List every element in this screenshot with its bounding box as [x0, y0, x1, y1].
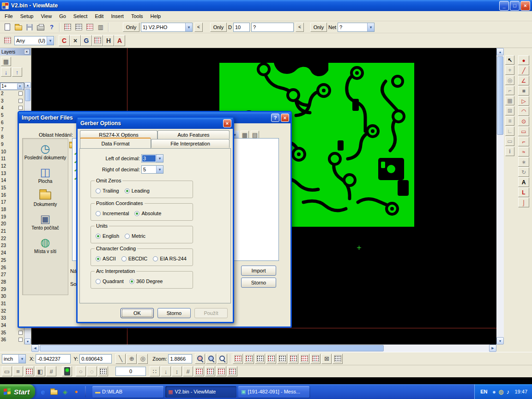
layer-row-36[interactable]: 36	[0, 336, 24, 344]
status-light-button[interactable]	[62, 366, 72, 376]
print-button[interactable]	[35, 22, 46, 33]
grid-display-toggle[interactable]	[332, 354, 343, 364]
scroll-right-button[interactable]	[489, 345, 496, 352]
menu-help[interactable]: Help	[147, 12, 165, 20]
save-file-button[interactable]	[24, 22, 35, 33]
aperture-select-button[interactable]	[2, 35, 13, 46]
prev-dcode-button[interactable]: <	[296, 23, 304, 32]
units-combo[interactable]: inch	[2, 354, 26, 363]
grid-value-input[interactable]	[115, 367, 146, 376]
flash-toggle[interactable]	[277, 354, 287, 364]
pad-pattern-2-button[interactable]	[205, 366, 215, 376]
network-tray-icon[interactable]: ●	[490, 388, 497, 395]
import-close-button[interactable]: ×	[281, 114, 289, 122]
traces-filled-toggle[interactable]	[255, 354, 265, 364]
insert-l-button[interactable]: L	[518, 187, 529, 197]
layers-panel-titlebar[interactable]: Layers ×	[0, 48, 31, 55]
menu-go[interactable]: Go	[55, 12, 70, 20]
radio-360-degree[interactable]: 360 Degree	[129, 278, 163, 284]
fill-off-toggle[interactable]	[310, 354, 320, 364]
start-button[interactable]: Start	[0, 384, 35, 399]
zoom-area-tool-button[interactable]: ◎	[505, 76, 514, 85]
browser-quicklaunch[interactable]: ●	[72, 387, 80, 396]
insert-polyline-button[interactable]: ⌐	[518, 137, 529, 146]
insert-curve-button[interactable]: ≈	[518, 147, 529, 157]
place-recent[interactable]: ◷Poslední dokumenty	[23, 143, 67, 160]
layer-color-box[interactable]	[18, 338, 23, 342]
aperture-h-button[interactable]: H	[103, 35, 114, 46]
layer-row-2[interactable]: 2	[0, 90, 24, 97]
zoom-input[interactable]	[168, 354, 192, 363]
ruler-button[interactable]: ▭	[2, 366, 12, 376]
only-net-toggle[interactable]: Only	[310, 23, 327, 32]
aperture-c-button[interactable]: C	[59, 35, 70, 46]
select-filter-toggle[interactable]: ⊠	[321, 354, 332, 364]
left-of-decimal-arrow-icon[interactable]	[156, 155, 163, 162]
measure-tool-button[interactable]: ⌐	[505, 86, 514, 95]
insert-triangle-button[interactable]: ▷	[518, 96, 529, 106]
layer-row-35[interactable]: 35	[0, 329, 24, 336]
grid-tool-button[interactable]: ▦	[505, 96, 514, 105]
ie-quicklaunch[interactable]: e	[39, 387, 47, 396]
layer-up-button[interactable]: ↑	[12, 67, 22, 77]
layer-color-box[interactable]	[18, 91, 23, 96]
insert-rectangle-button[interactable]: ▭	[518, 127, 529, 136]
aperture-list-button[interactable]	[73, 22, 84, 33]
radio-quadrant[interactable]: Quadrant	[96, 278, 124, 284]
aperture-type-arrow-icon[interactable]	[47, 36, 54, 45]
scroll-up-button[interactable]	[496, 48, 504, 55]
only-layer-toggle[interactable]: Only	[123, 23, 139, 32]
update-tray-icon[interactable]: ◍	[497, 388, 504, 395]
radio-leading[interactable]: Leading	[125, 188, 150, 193]
layer-scroll-down-button[interactable]	[24, 339, 31, 345]
traces-outline-toggle[interactable]	[266, 354, 276, 364]
layer-combo[interactable]: 1) V2.PHO	[141, 23, 193, 32]
aperture-type-combo[interactable]: Any (U)	[14, 36, 54, 45]
hash-button[interactable]: #	[46, 366, 56, 376]
menu-view[interactable]: View	[37, 12, 55, 20]
dot-grid-button[interactable]: ∷	[150, 366, 160, 376]
half-button[interactable]: ◧	[35, 366, 45, 376]
layer-table-button[interactable]: ▦	[1, 57, 11, 66]
minimize-button[interactable]: _	[499, 1, 509, 11]
zoom-out-button[interactable]	[217, 354, 227, 364]
layer-scroll-up-button[interactable]	[24, 82, 31, 88]
radio-incremental[interactable]: Incremental	[96, 211, 129, 216]
language-indicator[interactable]: EN	[480, 389, 487, 394]
import-cancel-button[interactable]: Storno	[241, 278, 276, 288]
report-button[interactable]: ▥	[95, 22, 106, 33]
pad-pattern-3-button[interactable]	[216, 366, 226, 376]
open-file-button[interactable]	[13, 22, 24, 33]
layer-color-box[interactable]	[18, 99, 23, 103]
layer-combo-arrow-icon[interactable]	[185, 23, 192, 31]
place-network[interactable]: ◍Místa v síti	[23, 237, 67, 254]
help-select-button[interactable]: ?	[46, 22, 57, 33]
ok-button[interactable]: OK	[121, 308, 154, 318]
crosshair-tool-button[interactable]: +	[505, 66, 514, 75]
task-messenger[interactable]: ▣[191-482-091] - Mess...	[238, 386, 309, 398]
place-computer[interactable]: ▣Tento počítač	[23, 213, 67, 230]
pointer-tool-button[interactable]: ↖	[505, 55, 514, 65]
gerber-cancel-button[interactable]: Storno	[157, 308, 191, 318]
probe-button[interactable]: ◌	[87, 366, 97, 376]
menu-insert[interactable]: Insert	[107, 12, 127, 20]
new-file-button[interactable]	[2, 22, 13, 33]
fill-on-toggle[interactable]	[299, 354, 309, 364]
apply-button[interactable]: Použít	[194, 308, 228, 318]
right-of-decimal-arrow-icon[interactable]	[156, 166, 163, 173]
swap-button[interactable]: ↕	[172, 366, 182, 376]
y-coordinate-input[interactable]	[79, 354, 112, 363]
insert-angle-button[interactable]: ∠	[518, 76, 529, 85]
net-combo[interactable]: ?	[338, 23, 375, 32]
pads-outline-toggle[interactable]	[244, 354, 254, 364]
place-desktop[interactable]: ◫Plocha	[23, 167, 67, 184]
pads-filled-toggle[interactable]	[233, 354, 243, 364]
insert-circle-button[interactable]: ⊙	[518, 116, 529, 126]
aperture-grid-button[interactable]	[92, 35, 103, 46]
rotate-tool-button[interactable]: ↻	[518, 167, 529, 177]
prev-layer-button[interactable]: <	[194, 23, 203, 32]
lamp-button[interactable]: ○	[76, 366, 86, 376]
gerber-close-button[interactable]: ×	[223, 119, 231, 127]
insert-arc-button[interactable]: ◠	[518, 106, 529, 116]
task-dmlab[interactable]: ▬D:\MLAB	[92, 386, 163, 398]
